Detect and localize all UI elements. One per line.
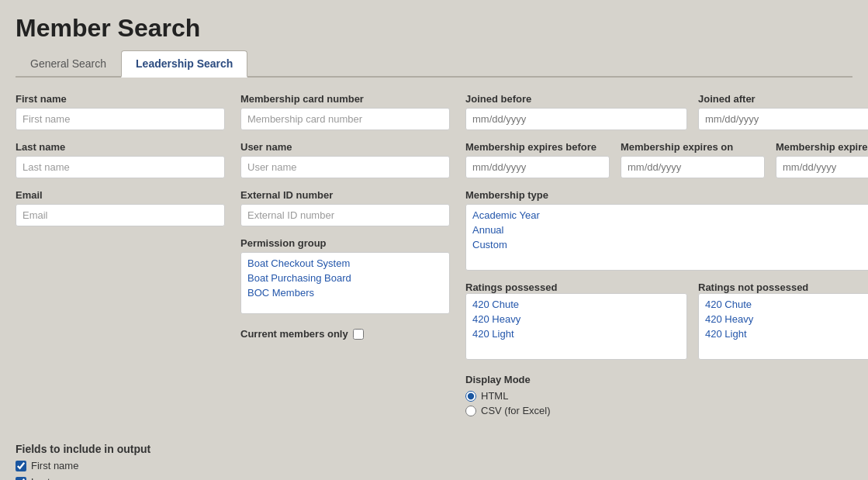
joined-before-input[interactable] <box>465 108 687 130</box>
permission-option-1[interactable]: Boat Checkout System <box>241 256 449 271</box>
joined-after-input[interactable] <box>698 108 868 130</box>
output-field-last-name-checkbox[interactable] <box>16 477 26 481</box>
permission-option-2[interactable]: Boat Purchasing Board <box>241 271 449 285</box>
output-field-last-name-row: Last name <box>16 476 852 480</box>
external-id-group: External ID number <box>240 189 450 226</box>
expires-before-label: Membership expires before <box>465 141 610 153</box>
first-name-label: First name <box>16 93 225 105</box>
ratings-possessed-option-3[interactable]: 420 Light <box>466 326 686 341</box>
membership-type-option-3[interactable]: Custom <box>466 237 868 252</box>
output-fields-title: Fields to include in output <box>16 443 852 455</box>
external-id-input[interactable] <box>240 204 450 226</box>
membership-type-group: Membership type Academic Year Annual Cus… <box>465 189 868 271</box>
output-fields-section: Fields to include in output First name L… <box>0 427 868 480</box>
ratings-not-possessed-group: Ratings not possessed 420 Chute 420 Heav… <box>698 281 868 360</box>
mid-column: Membership card number User name Externa… <box>240 93 450 420</box>
joined-before-label: Joined before <box>465 93 687 105</box>
user-name-input[interactable] <box>240 156 450 178</box>
membership-type-select[interactable]: Academic Year Annual Custom <box>465 204 868 271</box>
current-members-only-checkbox[interactable] <box>353 329 364 340</box>
expires-on-input[interactable] <box>621 156 765 178</box>
expires-on-label: Membership expires on <box>621 141 765 153</box>
ratings-not-option-1[interactable]: 420 Chute <box>699 297 868 312</box>
display-mode-html-row: HTML <box>465 390 868 402</box>
ratings-possessed-option-1[interactable]: 420 Chute <box>466 297 686 312</box>
output-field-last-name-label: Last name <box>31 476 78 480</box>
first-name-input[interactable] <box>16 108 225 130</box>
membership-type-option-1[interactable]: Academic Year <box>466 208 868 223</box>
email-label: Email <box>16 189 225 201</box>
main-content: First name Last name Email Membership ca… <box>0 78 868 427</box>
ratings-possessed-group: Ratings possessed 420 Chute 420 Heavy 42… <box>465 281 687 360</box>
expires-after-group: Membership expires after <box>776 141 868 178</box>
display-mode-csv-label: CSV (for Excel) <box>481 405 551 416</box>
ratings-not-option-2[interactable]: 420 Heavy <box>699 312 868 326</box>
output-field-first-name-row: First name <box>16 460 852 471</box>
joined-row: Joined before Joined after <box>465 93 868 130</box>
tab-general-search[interactable]: General Search <box>16 50 121 76</box>
right-column: Joined before Joined after Membership ex… <box>465 93 868 420</box>
user-name-label: User name <box>240 141 450 153</box>
ratings-possessed-select[interactable]: 420 Chute 420 Heavy 420 Light <box>465 293 687 360</box>
membership-card-input[interactable] <box>240 108 450 130</box>
membership-card-group: Membership card number <box>240 93 450 130</box>
last-name-input[interactable] <box>16 156 225 178</box>
permission-option-3[interactable]: BOC Members <box>241 285 449 300</box>
expires-before-input[interactable] <box>465 156 610 178</box>
ratings-not-possessed-label: Ratings not possessed <box>698 281 808 293</box>
email-group: Email <box>16 189 225 226</box>
last-name-label: Last name <box>16 141 225 153</box>
display-mode-label: Display Mode <box>465 374 868 385</box>
output-field-first-name-label: First name <box>31 460 78 471</box>
display-mode-csv-radio[interactable] <box>465 406 476 416</box>
display-mode-html-radio[interactable] <box>465 391 476 402</box>
ratings-row: Ratings possessed 420 Chute 420 Heavy 42… <box>465 281 868 360</box>
current-members-only-label: Current members only <box>240 328 348 340</box>
expires-before-group: Membership expires before <box>465 141 610 178</box>
external-id-label: External ID number <box>240 189 450 201</box>
expires-after-input[interactable] <box>776 156 868 178</box>
joined-after-group: Joined after <box>698 93 868 130</box>
membership-type-label: Membership type <box>465 189 868 201</box>
permission-group-group: Permission group Boat Checkout System Bo… <box>240 237 450 314</box>
display-mode-html-label: HTML <box>481 390 508 402</box>
left-column: First name Last name Email <box>16 93 225 420</box>
permission-group-select[interactable]: Boat Checkout System Boat Purchasing Boa… <box>240 252 450 314</box>
display-mode-section: Display Mode HTML CSV (for Excel) <box>465 374 868 420</box>
page-title: Member Search <box>0 0 868 50</box>
display-mode-csv-row: CSV (for Excel) <box>465 405 868 416</box>
ratings-possessed-label: Ratings possessed <box>465 281 558 293</box>
membership-type-option-2[interactable]: Annual <box>466 223 868 237</box>
permission-group-label: Permission group <box>240 237 450 249</box>
expires-on-group: Membership expires on <box>621 141 765 178</box>
email-input[interactable] <box>16 204 225 226</box>
joined-before-group: Joined before <box>465 93 687 130</box>
output-field-first-name-checkbox[interactable] <box>16 461 26 471</box>
expires-row: Membership expires before Membership exp… <box>465 141 868 178</box>
expires-after-label: Membership expires after <box>776 141 868 153</box>
current-members-only-row: Current members only <box>240 328 450 340</box>
first-name-group: First name <box>16 93 225 130</box>
membership-card-label: Membership card number <box>240 93 450 105</box>
ratings-not-possessed-select[interactable]: 420 Chute 420 Heavy 420 Light <box>698 293 868 360</box>
ratings-not-option-3[interactable]: 420 Light <box>699 326 868 341</box>
joined-after-label: Joined after <box>698 93 868 105</box>
user-name-group: User name <box>240 141 450 178</box>
tab-leadership-search[interactable]: Leadership Search <box>121 50 247 78</box>
tab-bar: General Search Leadership Search <box>16 50 852 78</box>
ratings-possessed-option-2[interactable]: 420 Heavy <box>466 312 686 326</box>
last-name-group: Last name <box>16 141 225 178</box>
